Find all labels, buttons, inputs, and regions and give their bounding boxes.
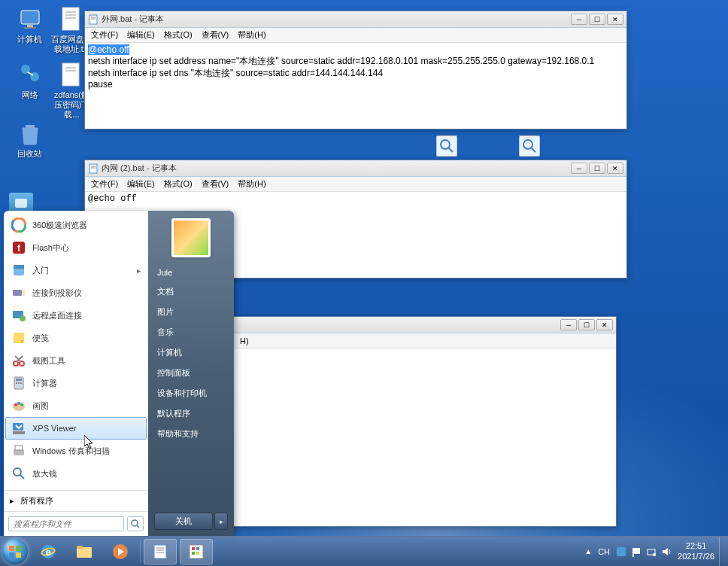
taskbar-explorer[interactable]: [68, 539, 101, 564]
minimize-button[interactable]: ─: [571, 163, 587, 174]
window-title: 外网.bat - 记事本: [102, 14, 571, 25]
menu-file[interactable]: 文件(F): [88, 28, 121, 42]
start-button[interactable]: [0, 537, 30, 567]
tray-language[interactable]: CH: [598, 547, 610, 556]
minimize-button[interactable]: ─: [560, 319, 577, 330]
right-item-help[interactable]: 帮助和支持: [148, 424, 234, 444]
titlebar[interactable]: ─ ☐ ✕: [234, 317, 616, 333]
start-item-rdp[interactable]: 远程桌面连接: [5, 304, 147, 327]
tray-security-icon[interactable]: [616, 546, 626, 557]
notepad-content[interactable]: @echo off netsh interface ip set address…: [85, 43, 626, 129]
background-icon[interactable]: [436, 135, 457, 157]
desktop-icon-recycle[interactable]: 回收站: [9, 120, 50, 159]
desktop-icon-network[interactable]: 网络: [9, 62, 50, 100]
right-item-pictures[interactable]: 图片: [148, 302, 234, 322]
start-item-360browser[interactable]: 360极速浏览器: [5, 214, 147, 236]
svg-rect-46: [20, 382, 22, 384]
taskbar-ie[interactable]: e: [32, 539, 65, 564]
start-item-fax[interactable]: Windows 传真和扫描: [5, 440, 147, 462]
svg-rect-61: [9, 552, 14, 558]
tray-network-icon[interactable]: [646, 546, 657, 557]
start-item-flash[interactable]: fFlash中心: [5, 236, 147, 259]
right-item-documents[interactable]: 文档: [148, 281, 234, 302]
svg-rect-59: [9, 546, 14, 551]
right-item-user[interactable]: Jule: [148, 263, 234, 281]
tray-expand-icon[interactable]: ▲: [584, 547, 592, 555]
menu-help[interactable]: 帮助(H): [235, 28, 268, 42]
menu-edit[interactable]: 编辑(E): [124, 177, 158, 191]
titlebar[interactable]: 外网.bat - 记事本 ─ ☐ ✕: [85, 11, 626, 28]
tray-clock[interactable]: 22:51 2021/7/26: [678, 541, 714, 561]
show-desktop-button[interactable]: [719, 537, 728, 567]
start-menu-left: 360极速浏览器 fFlash中心 入门▸ 连接到投影仪 远程桌面连接 便笺 截…: [4, 211, 148, 536]
desktop-label: 计算机: [9, 35, 50, 44]
search-button[interactable]: [127, 516, 144, 531]
svg-rect-2: [24, 27, 36, 29]
start-item-projector[interactable]: 连接到投影仪: [5, 281, 147, 304]
menu-help[interactable]: 帮助(H): [235, 177, 268, 191]
maximize-button[interactable]: ☐: [589, 163, 605, 174]
start-item-sticky[interactable]: 便笺: [5, 327, 147, 349]
start-item-snipping[interactable]: 截图工具: [5, 349, 147, 372]
minimize-button[interactable]: ─: [571, 14, 587, 25]
start-search-row: [4, 511, 148, 536]
close-button[interactable]: ✕: [596, 319, 613, 330]
close-button[interactable]: ✕: [607, 14, 623, 25]
user-picture[interactable]: [171, 218, 211, 257]
menu-format[interactable]: 格式(O): [161, 177, 196, 191]
notepad-icon: [88, 163, 99, 174]
paint-icon: [11, 398, 26, 413]
taskbar-paint[interactable]: [180, 539, 213, 564]
notepad-window-3[interactable]: ─ ☐ ✕ H): [233, 316, 617, 527]
right-item-devices[interactable]: 设备和打印机: [148, 383, 234, 403]
menubar: 文件(F) 编辑(E) 格式(O) 查看(V) 帮助(H): [85, 28, 626, 43]
svg-rect-1: [27, 25, 33, 27]
menu-file[interactable]: 文件(F): [88, 177, 121, 191]
start-item-calculator[interactable]: 计算器: [5, 372, 147, 394]
start-item-xps[interactable]: XPS Viewer: [5, 417, 147, 440]
shutdown-options-button[interactable]: ▸: [214, 513, 228, 530]
notepad-window-1[interactable]: 外网.bat - 记事本 ─ ☐ ✕ 文件(F) 编辑(E) 格式(O) 查看(…: [84, 11, 627, 129]
svg-rect-67: [77, 546, 83, 549]
close-button[interactable]: ✕: [607, 163, 623, 174]
start-menu-right: Jule 文档 图片 音乐 计算机 控制面板 设备和打印机 默认程序 帮助和支持…: [148, 211, 234, 536]
shutdown-button[interactable]: 关机: [154, 513, 213, 530]
tray-volume-icon[interactable]: [661, 546, 672, 557]
background-icon[interactable]: [519, 135, 540, 157]
svg-rect-52: [13, 431, 25, 434]
svg-rect-79: [632, 548, 640, 554]
start-item-getting-started[interactable]: 入门▸: [5, 259, 147, 281]
menu-partial[interactable]: H): [237, 335, 252, 347]
tray-flag-icon[interactable]: [631, 546, 642, 557]
right-item-defaults[interactable]: 默认程序: [148, 403, 234, 424]
start-item-magnifier[interactable]: 放大镜: [5, 462, 147, 485]
menu-format[interactable]: 格式(O): [161, 28, 196, 42]
start-item-paint[interactable]: 画图: [5, 394, 147, 417]
maximize-button[interactable]: ☐: [589, 14, 605, 25]
xps-icon: [11, 421, 26, 436]
desktop-icon-computer[interactable]: 计算机: [9, 6, 50, 44]
taskbar-notepad-group[interactable]: [144, 539, 177, 564]
svg-text:e: e: [45, 546, 50, 558]
window-title: 内网 (2).bat - 记事本: [102, 163, 571, 174]
right-item-controlpanel[interactable]: 控制面板: [148, 363, 234, 383]
titlebar[interactable]: 内网 (2).bat - 记事本 ─ ☐ ✕: [85, 160, 626, 177]
browser-icon: [11, 218, 26, 233]
search-input[interactable]: [8, 516, 124, 531]
menu-view[interactable]: 查看(V): [199, 28, 232, 42]
start-menu: 360极速浏览器 fFlash中心 入门▸ 连接到投影仪 远程桌面连接 便笺 截…: [4, 211, 234, 536]
right-item-computer[interactable]: 计算机: [148, 342, 234, 363]
flash-icon: f: [11, 240, 26, 255]
all-programs-button[interactable]: ▸ 所有程序: [4, 490, 148, 511]
right-item-music[interactable]: 音乐: [148, 322, 234, 342]
svg-rect-0: [21, 11, 39, 24]
svg-rect-45: [18, 382, 20, 384]
svg-rect-17: [519, 135, 540, 157]
taskbar-wmp[interactable]: [104, 539, 137, 564]
notepad-content[interactable]: [234, 348, 616, 526]
menubar: H): [234, 333, 616, 348]
menu-edit[interactable]: 编辑(E): [124, 28, 158, 42]
svg-point-57: [132, 520, 138, 526]
menu-view[interactable]: 查看(V): [199, 177, 232, 191]
maximize-button[interactable]: ☐: [578, 319, 595, 330]
